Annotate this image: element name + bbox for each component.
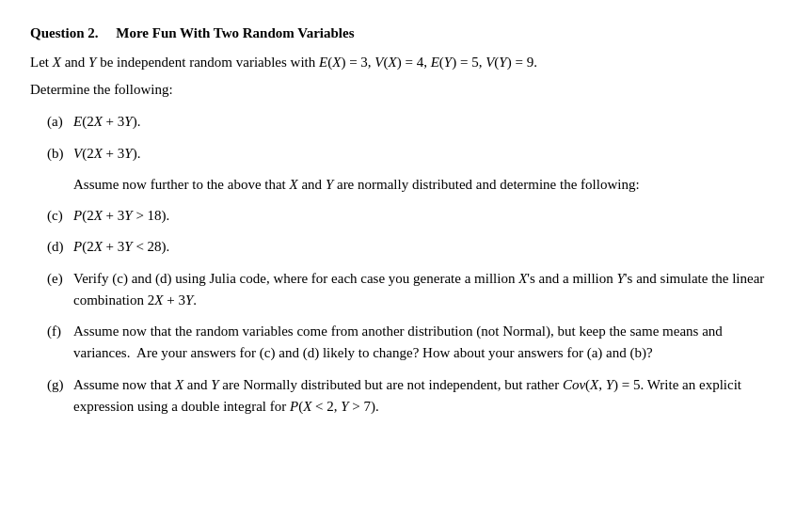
question-container: Question 2. More Fun With Two Random Var… <box>30 23 782 418</box>
part-d: (d) P(2X + 3Y < 28). <box>30 236 782 258</box>
part-c-label: (c) <box>47 205 73 227</box>
part-a-label: (a) <box>47 111 73 133</box>
part-c-content: P(2X + 3Y > 18). <box>73 205 782 227</box>
intro-text: Let X and Y be independent random variab… <box>30 52 782 73</box>
question-header: Question 2. More Fun With Two Random Var… <box>30 23 782 44</box>
part-e: (e) Verify (c) and (d) using Julia code,… <box>30 268 782 312</box>
part-d-content: P(2X + 3Y < 28). <box>73 236 782 258</box>
part-b-content: V(2X + 3Y). <box>73 143 782 165</box>
part-e-content: Verify (c) and (d) using Julia code, whe… <box>73 268 782 312</box>
part-a-content: E(2X + 3Y). <box>73 111 782 133</box>
part-d-label: (d) <box>47 236 73 258</box>
part-b: (b) V(2X + 3Y). <box>30 143 782 165</box>
determine-text: Determine the following: <box>30 79 782 101</box>
part-c: (c) P(2X + 3Y > 18). <box>30 205 782 227</box>
part-g-content: Assume now that X and Y are Normally dis… <box>73 374 782 418</box>
part-e-label: (e) <box>47 268 73 312</box>
part-f-label: (f) <box>47 321 73 365</box>
part-g-label: (g) <box>47 374 73 418</box>
part-f: (f) Assume now that the random variables… <box>30 321 782 365</box>
question-title: More Fun With Two Random Variables <box>116 25 354 40</box>
part-b-label: (b) <box>47 143 73 165</box>
part-f-content: Assume now that the random variables com… <box>73 321 782 365</box>
part-a: (a) E(2X + 3Y). <box>30 111 782 133</box>
sub-note: Assume now further to the above that X a… <box>73 174 782 196</box>
question-number: Question 2. <box>30 25 99 40</box>
part-g: (g) Assume now that X and Y are Normally… <box>30 374 782 418</box>
